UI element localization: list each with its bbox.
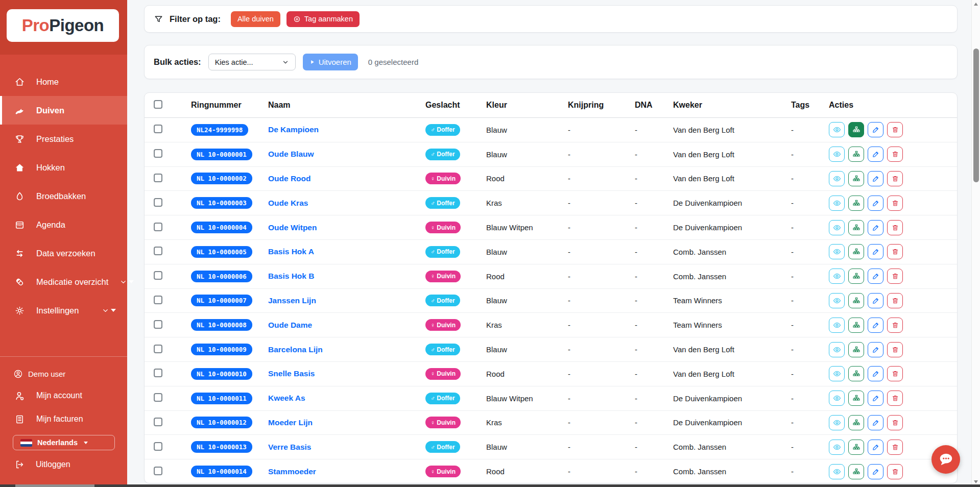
view-button[interactable] <box>829 171 845 186</box>
sidebar-item-mijn-account[interactable]: Mijn account <box>0 384 127 407</box>
select-all-checkbox[interactable] <box>154 100 162 109</box>
pedigree-button[interactable] <box>848 269 864 284</box>
row-checkbox[interactable] <box>154 125 162 133</box>
create-tag-button[interactable]: Tag aanmaken <box>286 11 360 27</box>
delete-button[interactable] <box>887 415 903 430</box>
edit-button[interactable] <box>868 171 883 186</box>
edit-button[interactable] <box>868 220 883 235</box>
view-button[interactable] <box>829 391 845 406</box>
pedigree-button[interactable] <box>848 440 864 455</box>
bulk-action-select[interactable]: Kies actie... <box>208 54 296 70</box>
row-checkbox[interactable] <box>154 467 162 475</box>
edit-button[interactable] <box>868 244 883 259</box>
vertical-scrollbar-thumb[interactable] <box>973 48 979 182</box>
sidebar-item-uitloggen[interactable]: Uitloggen <box>0 457 127 472</box>
scroll-down-arrow-icon[interactable] <box>974 480 978 483</box>
row-checkbox[interactable] <box>154 320 162 329</box>
pigeon-name-link[interactable]: Oude Witpen <box>268 223 317 232</box>
view-button[interactable] <box>829 415 845 430</box>
delete-button[interactable] <box>887 220 903 235</box>
edit-button[interactable] <box>868 415 883 430</box>
delete-button[interactable] <box>887 293 903 308</box>
delete-button[interactable] <box>887 269 903 284</box>
delete-button[interactable] <box>887 464 903 479</box>
vertical-scrollbar[interactable] <box>971 0 980 487</box>
pedigree-button[interactable] <box>848 318 864 333</box>
pigeon-name-link[interactable]: Oude Rood <box>268 174 311 183</box>
delete-button[interactable] <box>887 318 903 333</box>
view-button[interactable] <box>829 196 845 211</box>
row-checkbox[interactable] <box>154 174 162 182</box>
delete-button[interactable] <box>887 440 903 455</box>
edit-button[interactable] <box>868 440 883 455</box>
delete-button[interactable] <box>887 366 903 381</box>
row-checkbox[interactable] <box>154 369 162 377</box>
view-button[interactable] <box>829 464 845 479</box>
pigeon-name-link[interactable]: Barcelona Lijn <box>268 345 323 354</box>
pigeon-name-link[interactable]: Basis Hok B <box>268 272 314 280</box>
pedigree-button[interactable] <box>848 464 864 479</box>
edit-button[interactable] <box>868 342 883 357</box>
horizontal-scrollbar[interactable] <box>0 484 980 487</box>
chat-widget-button[interactable] <box>931 445 960 474</box>
delete-button[interactable] <box>887 196 903 211</box>
edit-button[interactable] <box>868 147 883 162</box>
pedigree-button[interactable] <box>848 122 864 137</box>
row-checkbox[interactable] <box>154 223 162 231</box>
edit-button[interactable] <box>868 122 883 137</box>
pedigree-button[interactable] <box>848 171 864 186</box>
row-checkbox[interactable] <box>154 247 162 255</box>
pedigree-button[interactable] <box>848 196 864 211</box>
delete-button[interactable] <box>887 147 903 162</box>
pedigree-button[interactable] <box>848 342 864 357</box>
edit-button[interactable] <box>868 293 883 308</box>
view-button[interactable] <box>829 122 845 137</box>
pedigree-button[interactable] <box>848 391 864 406</box>
delete-button[interactable] <box>887 171 903 186</box>
horizontal-scrollbar-thumb[interactable] <box>15 484 94 487</box>
pedigree-button[interactable] <box>848 293 864 308</box>
row-checkbox[interactable] <box>154 442 162 451</box>
sidebar-item-medicatie-overzicht[interactable]: Medicatie overzicht <box>0 267 127 296</box>
row-checkbox[interactable] <box>154 418 162 426</box>
sidebar-item-duiven[interactable]: Duiven <box>0 96 127 125</box>
pigeon-name-link[interactable]: Snelle Basis <box>268 369 315 378</box>
view-button[interactable] <box>829 269 845 284</box>
row-checkbox[interactable] <box>154 149 162 158</box>
sidebar-item-broedbakken[interactable]: Broedbakken <box>0 182 127 210</box>
row-checkbox[interactable] <box>154 271 162 280</box>
pigeon-name-link[interactable]: Moeder Lijn <box>268 418 313 427</box>
edit-button[interactable] <box>868 196 883 211</box>
pigeon-name-link[interactable]: Basis Hok A <box>268 247 314 256</box>
row-checkbox[interactable] <box>154 345 162 353</box>
delete-button[interactable] <box>887 244 903 259</box>
view-button[interactable] <box>829 342 845 357</box>
execute-bulk-action-button[interactable]: Uitvoeren <box>303 54 358 70</box>
row-checkbox[interactable] <box>154 393 162 402</box>
row-checkbox[interactable] <box>154 296 162 304</box>
pigeon-name-link[interactable]: Stammoeder <box>268 467 316 476</box>
view-button[interactable] <box>829 366 845 381</box>
sidebar-item-prestaties[interactable]: Prestaties <box>0 125 127 153</box>
pigeon-name-link[interactable]: De Kampioen <box>268 125 319 134</box>
propigeon-logo[interactable]: ProPigeon <box>7 9 119 42</box>
edit-button[interactable] <box>868 318 883 333</box>
view-button[interactable] <box>829 318 845 333</box>
pigeon-name-link[interactable]: Janssen Lijn <box>268 296 316 305</box>
language-selector[interactable]: Nederlands <box>13 435 115 450</box>
pigeon-name-link[interactable]: Verre Basis <box>268 443 311 451</box>
view-button[interactable] <box>829 220 845 235</box>
pedigree-button[interactable] <box>848 415 864 430</box>
sidebar-item-instellingen[interactable]: Instellingen <box>0 296 127 325</box>
sidebar-item-hokken[interactable]: Hokken <box>0 153 127 182</box>
all-pigeons-filter-button[interactable]: Alle duiven <box>231 11 280 27</box>
pigeon-name-link[interactable]: Oude Blauw <box>268 150 314 158</box>
pigeon-name-link[interactable]: Kweek As <box>268 394 305 402</box>
view-button[interactable] <box>829 293 845 308</box>
edit-button[interactable] <box>868 391 883 406</box>
pedigree-button[interactable] <box>848 220 864 235</box>
view-button[interactable] <box>829 244 845 259</box>
pigeon-name-link[interactable]: Oude Dame <box>268 321 312 329</box>
scroll-up-arrow-icon[interactable] <box>974 3 978 6</box>
edit-button[interactable] <box>868 464 883 479</box>
